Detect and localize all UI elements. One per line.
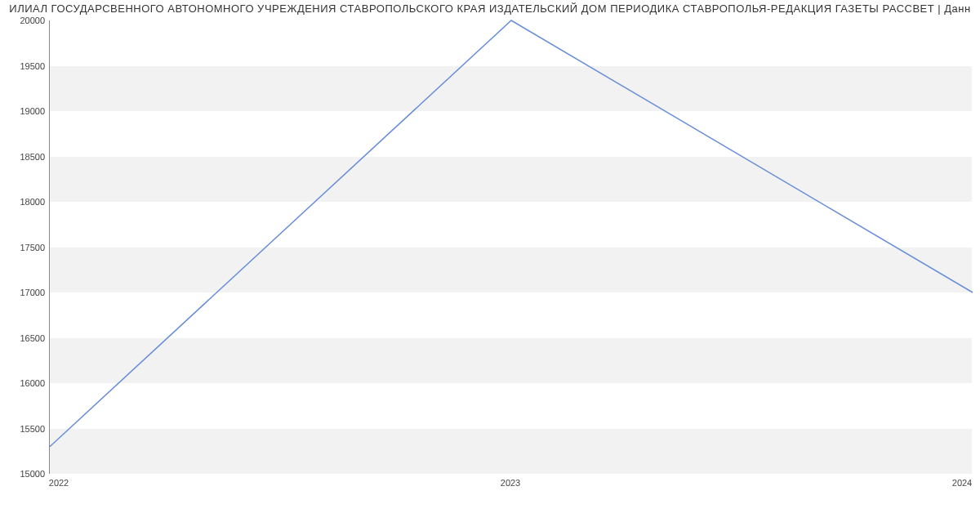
y-tick-label: 15000 (20, 469, 45, 479)
y-tick-label: 19500 (20, 61, 45, 71)
y-tick-label: 20000 (20, 16, 45, 25)
line-path (50, 20, 973, 447)
x-tick-label: 2023 (501, 478, 520, 488)
chart-title: ИЛИАЛ ГОСУДАРСВЕННОГО АВТОНОМНОГО УЧРЕЖД… (0, 2, 980, 15)
y-tick-label: 15500 (20, 424, 45, 434)
y-tick-label: 18500 (20, 152, 45, 162)
plot-region (49, 20, 972, 474)
y-tick-label: 18000 (20, 197, 45, 207)
y-tick-label: 19000 (20, 106, 45, 116)
x-tick-label: 2022 (49, 478, 69, 488)
chart-area: 1500015500160001650017000175001800018500… (49, 20, 972, 502)
y-tick-label: 17500 (20, 243, 45, 252)
y-tick-label: 16000 (20, 378, 45, 388)
y-tick-label: 17000 (20, 288, 45, 297)
x-tick-label: 2024 (952, 478, 972, 488)
y-tick-label: 16500 (20, 333, 45, 343)
line-series (50, 20, 973, 474)
